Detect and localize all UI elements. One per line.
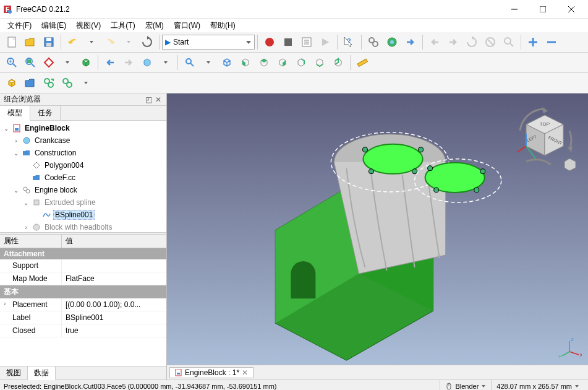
view-right-button[interactable] xyxy=(274,54,291,71)
save-button[interactable] xyxy=(40,33,58,51)
menu-help[interactable]: 帮助(H) xyxy=(205,19,241,32)
tree-item[interactable]: Crankcase xyxy=(33,136,71,145)
tree-item[interactable]: Block with headbolts xyxy=(43,223,113,232)
sel-back-button[interactable] xyxy=(101,54,119,71)
link-select-button[interactable] xyxy=(138,54,156,71)
macro-list-button[interactable] xyxy=(298,33,315,51)
view-top-button[interactable] xyxy=(255,54,273,71)
redo-button[interactable] xyxy=(101,33,119,51)
menu-macro[interactable]: 宏(M) xyxy=(140,19,169,32)
link-actions-2-button[interactable] xyxy=(59,74,76,92)
prop-value[interactable]: [(0.00 0.00 1.00); 0.0... xyxy=(62,298,166,311)
svg-line-30 xyxy=(488,40,493,45)
svg-point-27 xyxy=(390,40,394,44)
navigation-cube[interactable]: TOP LEFT FRONT xyxy=(508,100,582,174)
minus-button[interactable] xyxy=(543,33,560,51)
link-button[interactable] xyxy=(365,33,382,51)
prop-value[interactable]: BSpline001 xyxy=(62,311,166,324)
status-dimensions[interactable]: 428.07 mm x 265.57 mm xyxy=(491,380,584,390)
view-left-button[interactable] xyxy=(330,54,347,71)
draw-style-dropdown[interactable] xyxy=(59,54,76,71)
maximize-button[interactable] xyxy=(529,0,557,19)
nav-forward-button[interactable] xyxy=(445,33,462,51)
property-view: 属性 值 Attachment Support Map ModeFlatFace… xyxy=(0,235,166,366)
panel-float-button[interactable]: ◰ xyxy=(144,95,153,104)
svg-point-76 xyxy=(480,169,485,174)
macro-stop-button[interactable] xyxy=(279,33,297,51)
toolbar-main: ▶ Start ? xyxy=(0,32,588,53)
tab-view[interactable]: 视图 xyxy=(0,366,28,379)
prop-header-value: 值 xyxy=(62,235,77,248)
part-group-button[interactable] xyxy=(22,74,39,92)
model-tree[interactable]: ⌄EngineBlock ›Crankcase ⌄Construction Po… xyxy=(0,121,166,232)
tab-data[interactable]: 数据 xyxy=(28,366,56,380)
fit-selection-button[interactable] xyxy=(22,54,39,71)
toolbar-part xyxy=(0,73,588,93)
fit-all-button[interactable] xyxy=(3,54,20,71)
tree-item[interactable]: Polygon004 xyxy=(43,161,85,170)
open-button[interactable] xyxy=(22,33,39,51)
3d-viewport[interactable]: TOP LEFT FRONT X Y Z xyxy=(167,93,588,379)
tree-item[interactable]: EngineBlock xyxy=(23,124,71,132)
link-import-button[interactable] xyxy=(402,33,419,51)
chevron-down-icon xyxy=(574,384,579,389)
svg-point-73 xyxy=(369,169,373,174)
plus-button[interactable] xyxy=(524,33,542,51)
close-button[interactable] xyxy=(557,0,586,19)
prop-value[interactable]: true xyxy=(62,324,166,337)
prop-value[interactable] xyxy=(62,259,166,272)
link-actions-button[interactable] xyxy=(383,33,401,51)
menu-window[interactable]: 窗口(W) xyxy=(169,19,205,32)
view-iso-button[interactable] xyxy=(218,54,236,71)
tree-item-selected[interactable]: BSpline001 xyxy=(53,210,95,220)
zoom-in-button[interactable] xyxy=(500,33,518,51)
tree-item[interactable]: CodeF.cc xyxy=(43,173,77,182)
svg-marker-91 xyxy=(565,158,576,171)
nav-style-selector[interactable]: Blender xyxy=(440,380,491,390)
part-box-button[interactable] xyxy=(3,74,20,92)
nav-stop-button[interactable] xyxy=(482,33,499,51)
menu-view[interactable]: 视图(V) xyxy=(71,19,106,32)
tree-item[interactable]: Construction xyxy=(33,149,77,157)
tab-tasks[interactable]: 任务 xyxy=(30,106,61,120)
sel-forward-button[interactable] xyxy=(120,54,137,71)
link-select-dropdown[interactable] xyxy=(157,54,174,71)
menu-file[interactable]: 文件(F) xyxy=(2,19,36,32)
svg-point-62 xyxy=(33,224,40,230)
link-actions-2-dropdown[interactable] xyxy=(77,74,95,92)
view-bottom-button[interactable] xyxy=(311,54,328,71)
panel-close-button[interactable]: ✕ xyxy=(154,95,163,104)
measure-button[interactable] xyxy=(354,54,371,71)
workbench-selector[interactable]: ▶ Start xyxy=(162,35,255,50)
prop-value[interactable]: FlatFace xyxy=(62,272,166,285)
undo-button[interactable] xyxy=(64,33,82,51)
tree-item[interactable]: Engine block xyxy=(33,186,79,194)
view-front-button[interactable] xyxy=(237,54,254,71)
refresh-button[interactable] xyxy=(138,33,156,51)
isometric-dropdown[interactable] xyxy=(200,54,217,71)
whatsthis-button[interactable]: ? xyxy=(341,33,358,51)
undo-dropdown[interactable] xyxy=(83,33,100,51)
minimize-button[interactable] xyxy=(500,0,529,19)
isometric-button[interactable] xyxy=(181,54,198,71)
nav-refresh-button[interactable] xyxy=(463,33,480,51)
document-tab[interactable]: EngineBlock : 1* ✕ xyxy=(169,367,254,378)
macro-execute-button[interactable] xyxy=(317,33,334,51)
nav-back-button[interactable] xyxy=(426,33,443,51)
draw-style-button[interactable] xyxy=(40,54,58,71)
redo-dropdown[interactable] xyxy=(120,33,137,51)
window-title: FreeCAD 0.21.2 xyxy=(16,5,500,14)
svg-point-75 xyxy=(428,166,433,171)
doc-tab-close-icon[interactable]: ✕ xyxy=(242,368,248,377)
chevron-down-icon xyxy=(245,39,252,45)
menu-tools[interactable]: 工具(T) xyxy=(106,19,140,32)
tab-model[interactable]: 模型 xyxy=(0,106,30,121)
link-make-button[interactable] xyxy=(40,74,58,92)
new-button[interactable] xyxy=(3,33,20,51)
menu-edit[interactable]: 编辑(E) xyxy=(36,19,71,32)
bounding-box-button[interactable] xyxy=(77,54,95,71)
macro-record-button[interactable] xyxy=(261,33,278,51)
view-rear-button[interactable] xyxy=(292,54,310,71)
svg-point-77 xyxy=(434,188,439,193)
tree-item[interactable]: Extruded spline xyxy=(43,198,97,207)
